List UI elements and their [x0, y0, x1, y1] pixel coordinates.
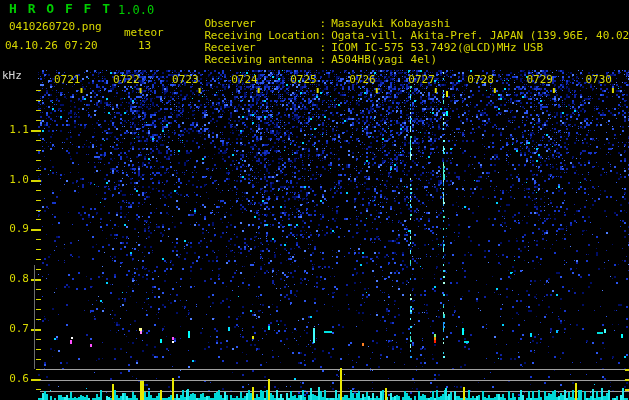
info-separator: : [320, 53, 327, 66]
time-tick-label: 0722 [113, 74, 140, 86]
time-tick-label: 0729 [526, 74, 553, 86]
freq-tick-label: 0.8 [0, 273, 29, 285]
freq-tick-label: 1.1 [0, 124, 29, 136]
output-filename: 0410260720.png [9, 21, 102, 33]
time-tick-label: 0725 [290, 74, 317, 86]
freq-tick-label: 0.6 [0, 373, 29, 385]
hrofft-image: H R O F F T 1.0.0 0410260720.png meteor … [0, 0, 629, 400]
app-title: H R O F F T [9, 3, 112, 15]
freq-unit-label: kHz [2, 70, 22, 82]
time-tick-label: 0721 [54, 74, 81, 86]
time-tick-label: 0726 [349, 74, 376, 86]
freq-tick-label: 1.0 [0, 174, 29, 186]
time-tick-label: 0723 [172, 74, 199, 86]
freq-tick-label: 0.7 [0, 323, 29, 335]
time-tick-label: 0727 [408, 74, 435, 86]
info-value: A504HB(yagi 4el) [331, 53, 437, 66]
app-version: 1.0.0 [118, 4, 154, 16]
meteor-count: 13 [138, 40, 151, 52]
mode-label: meteor [124, 27, 164, 39]
datetime-label: 04.10.26 07:20 [5, 40, 98, 52]
time-tick-label: 0728 [467, 74, 494, 86]
time-tick-label: 0730 [585, 74, 612, 86]
time-tick-label: 0724 [231, 74, 258, 86]
info-label: Receiving antenna [205, 54, 320, 66]
freq-tick-label: 0.9 [0, 223, 29, 235]
